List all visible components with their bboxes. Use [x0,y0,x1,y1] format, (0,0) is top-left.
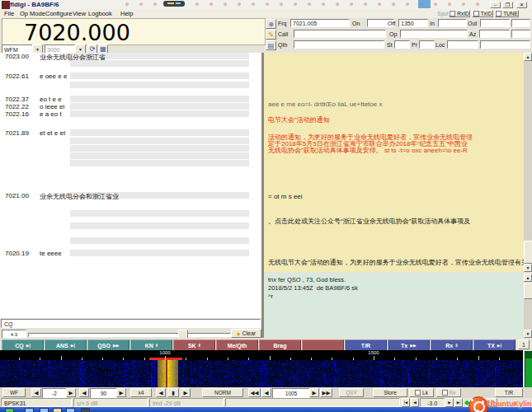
browser-stripe-row[interactable] [0,152,261,160]
field-input-loc[interactable] [447,40,478,49]
close-button[interactable]: ✕ [516,2,527,8]
browser-stripe-row[interactable] [0,222,261,230]
field-input-extra[interactable] [480,40,530,49]
wf-button[interactable]: WF [2,388,26,397]
macro-button-tr[interactable]: T/R [345,339,387,351]
txid-checkbox[interactable] [473,11,479,16]
drop-increase-icon[interactable]: ▶ [66,388,76,397]
field-input-extra[interactable] [511,30,530,38]
macro-button-tx[interactable]: Tx▶▶ [388,339,430,351]
metric-value[interactable]: -3.0 [420,398,445,407]
qsy-button[interactable]: QSY [339,388,364,397]
carrier-rewind-icon[interactable]: ◀◀ [248,388,261,397]
menu-op-mode[interactable]: Op Mode [20,10,45,17]
field-input-off[interactable]: 1350 [398,19,428,27]
macro-button-rx[interactable]: Rx‖ [431,339,473,351]
browser-stripe-row[interactable] [0,210,261,218]
freq-right-icon[interactable]: ▶ [445,398,454,407]
browser-stripe-row[interactable] [0,82,261,89]
taskbar-icon[interactable] [66,408,75,412]
store-button[interactable]: Store [373,388,407,397]
pause-icon[interactable]: ▮ [167,388,179,397]
macro-set-button[interactable]: 1 [518,339,530,349]
maximize-button[interactable]: ❐ [502,2,513,8]
browser-row[interactable]: 7021.00业余无线电分会和浙江省业 [0,192,261,199]
browser-row[interactable]: 7020.19te eeee [0,250,261,257]
frequency-display[interactable]: 7020.000 [2,18,266,45]
ampspan-decrease-icon[interactable]: ◀ [79,388,89,397]
menu-logbook[interactable]: Logbook [88,10,112,17]
macro-button-sk[interactable]: SK‖ [173,339,215,351]
waterfall-display[interactable] [0,360,523,387]
field-input-op[interactable] [400,30,468,38]
tune-toggle[interactable]: TUNE [495,10,519,17]
menu-configure[interactable]: Configure [45,10,73,17]
browser-row[interactable]: 7022.37eo t e e [0,96,261,103]
menu-file[interactable]: File [4,10,14,17]
macro-button-cq[interactable]: CQ▶| [2,339,44,351]
field-input-pr[interactable] [419,40,435,49]
os-taskbar[interactable] [0,407,532,412]
tx-scrollbar[interactable]: ▲ ▼ [524,274,532,338]
zoom-button[interactable]: x4 [130,388,152,397]
browser-stripe-row[interactable] [0,138,261,145]
tx-scroll-up-icon[interactable]: ▲ [524,274,532,282]
menu-view[interactable]: View [73,10,86,17]
lk-toggle[interactable]: Lk [409,388,434,397]
carrier-right-icon[interactable]: ▶ [309,388,319,397]
lk-checkbox[interactable] [415,390,421,396]
freq-home-icon[interactable]: |◀ [402,398,410,407]
browser-filter-input[interactable]: CQ [1,319,261,328]
browser-row[interactable]: 7022.22o ieee ei [0,103,261,110]
rx-scroll-thumb[interactable] [524,241,532,264]
macro-button-qso[interactable]: QSO▶▶ [87,339,129,351]
browser-row[interactable]: 7023.00业余无线电分会浙江省 [0,53,261,60]
signal-browser[interactable]: 7023.00业余无线电分会浙江省7022.61e oee e e7022.37… [0,53,262,318]
taskbar-icon[interactable] [53,408,62,412]
waterfall-scale[interactable]: 10001500 [0,350,523,360]
browser-squelch-slider[interactable] [28,333,231,337]
tx-scroll-thumb[interactable] [524,283,532,299]
pencil-icon[interactable]: ✎ [266,30,276,40]
rv-toggle[interactable]: Rv [436,388,461,397]
field-input-az[interactable] [479,30,510,38]
rv-checkbox[interactable] [442,390,448,396]
rx-scroll-down-icon[interactable]: ▼ [524,264,532,272]
browser-row[interactable]: 7021.89et et e et [0,129,261,137]
carrier-left-icon[interactable]: ◀ [261,388,271,397]
field-input-st[interactable] [394,40,410,49]
browser-stripe-row[interactable] [0,237,261,245]
browser-row[interactable]: 7022.61e oee e e [0,73,261,80]
browser-row[interactable]: 7022.16e a eo t [0,110,261,118]
macro-button-meqth[interactable]: Me/Qth [216,339,258,351]
norm-button[interactable]: NORM [202,388,243,397]
tx-scroll-down-icon[interactable]: ▼ [524,330,532,338]
browser-stripe-row[interactable] [0,160,261,167]
carrier-ffwd-icon[interactable]: ▶▶ [320,388,332,397]
drop-decrease-icon[interactable]: ◀ [31,388,41,397]
field-input-out[interactable] [480,19,510,27]
frequency-value[interactable]: 7020.000 [24,20,130,45]
freq-end-icon[interactable]: ▶| [454,398,463,407]
taskbar-icon[interactable] [25,408,34,412]
field-input-extra[interactable] [511,19,530,27]
tx-text-panel[interactable]: tnx fer QSO , 73, God bless. 2018/5/2 13… [264,274,524,338]
shift-left-icon[interactable]: ◀ [156,388,166,397]
tune-checkbox[interactable] [496,11,501,16]
txid-toggle[interactable]: TxID [472,10,493,17]
macro-button-brag[interactable]: Brag [259,339,301,351]
taskbar-icon[interactable] [40,408,49,412]
notebook-icon[interactable]: ▤ [266,40,276,50]
ampspan-increase-icon[interactable]: ▶ [116,388,126,397]
taskbar-icon[interactable] [5,408,14,412]
mode-status[interactable]: BPSK31 [1,398,72,407]
browser-stripe-row[interactable] [0,145,261,152]
globe-icon[interactable]: ⊕ [266,19,276,29]
menu-help[interactable]: Help [120,10,133,17]
rxid-checkbox[interactable] [450,11,455,16]
field-input-call[interactable] [294,30,386,38]
macro-button-ans[interactable]: ANS▶| [45,339,87,351]
field-input-frq[interactable]: 7021.005 [290,19,350,27]
freq-left-icon[interactable]: ◀ [411,398,419,407]
shift-right-icon[interactable]: ▶ [181,388,191,397]
